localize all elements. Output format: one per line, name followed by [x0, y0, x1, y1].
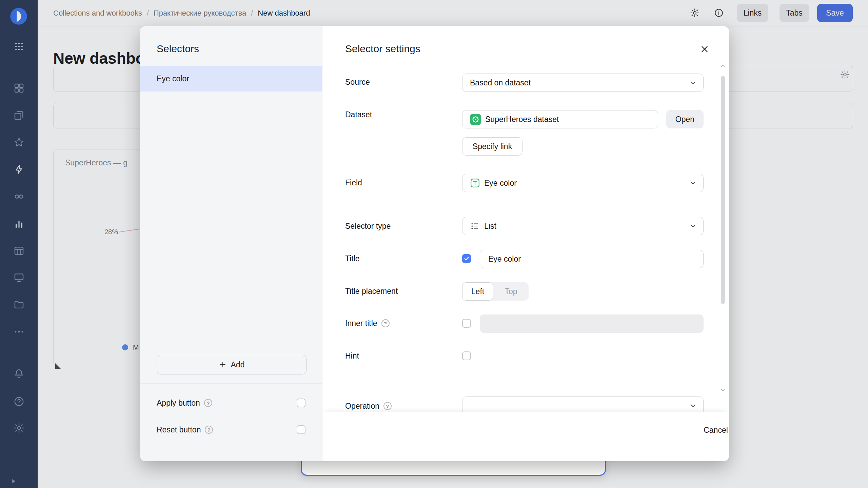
hint-label: Hint [345, 351, 359, 361]
apply-button-label: Apply button [157, 398, 212, 408]
help-icon[interactable] [383, 402, 392, 410]
apply-button-checkbox[interactable] [297, 399, 305, 407]
close-icon[interactable] [698, 42, 711, 56]
source-label: Source [345, 77, 370, 87]
dataset-label: Dataset [345, 109, 372, 120]
title-placement-top[interactable]: Top [493, 282, 529, 301]
reset-button-checkbox[interactable] [297, 425, 305, 434]
field-type-icon [470, 178, 480, 188]
dataset-field[interactable]: SuperHeroes dataset [462, 110, 658, 128]
help-icon[interactable] [381, 319, 390, 327]
chevron-down-icon [690, 180, 696, 186]
settings-panel-title: Selector settings [345, 43, 420, 55]
field-label: Field [345, 178, 362, 188]
selectors-panel: Selectors Eye color Add Apply button Res… [140, 26, 322, 461]
add-selector-button[interactable]: Add [157, 355, 307, 374]
list-icon [470, 221, 480, 231]
reset-button-label: Reset button [157, 425, 213, 435]
inner-title-input[interactable] [480, 314, 704, 333]
source-select[interactable]: Based on dataset [462, 74, 704, 92]
divider [345, 205, 704, 205]
open-dataset-button[interactable]: Open [666, 110, 704, 128]
title-checkbox[interactable] [462, 254, 471, 263]
field-value: Eye color [484, 179, 517, 188]
title-placement-left[interactable]: Left [462, 282, 493, 301]
inner-title-checkbox[interactable] [462, 319, 471, 328]
divider [140, 383, 322, 384]
selector-type-select[interactable]: List [462, 217, 704, 235]
field-select[interactable]: Eye color [462, 174, 704, 192]
scrollbar-thumb[interactable] [721, 76, 725, 304]
inner-title-label: Inner title [345, 318, 390, 328]
selector-type-label: Selector type [345, 221, 391, 231]
selector-list-item[interactable]: Eye color [140, 66, 322, 92]
divider [345, 388, 704, 388]
scroll-up-icon[interactable] [720, 63, 726, 69]
specify-link-button[interactable]: Specify link [462, 137, 522, 156]
selector-item-label: Eye color [157, 74, 189, 83]
source-value: Based on dataset [470, 78, 531, 87]
selector-dialog: Selectors Eye color Add Apply button Res… [140, 26, 729, 461]
chevron-down-icon [690, 402, 696, 409]
selectors-panel-title: Selectors [157, 43, 199, 55]
title-placement-label: Title placement [345, 286, 398, 296]
chevron-down-icon [690, 223, 696, 229]
help-icon[interactable] [204, 399, 212, 407]
cancel-button[interactable]: Cancel [692, 419, 729, 441]
scroll-down-icon[interactable] [720, 387, 726, 393]
hint-checkbox[interactable] [462, 351, 471, 360]
dataset-value: SuperHeroes dataset [485, 115, 559, 124]
dialog-footer: Cancel Save [322, 412, 729, 461]
selector-type-value: List [484, 222, 496, 231]
operation-label: Operation [345, 401, 392, 411]
help-icon[interactable] [205, 426, 213, 434]
title-label: Title [345, 253, 360, 264]
dataset-icon [470, 114, 481, 125]
plus-icon [219, 361, 227, 369]
add-selector-label: Add [231, 360, 245, 369]
chevron-down-icon [690, 79, 696, 86]
title-placement-segmented: Left Top [462, 282, 529, 301]
title-input[interactable] [480, 250, 704, 268]
